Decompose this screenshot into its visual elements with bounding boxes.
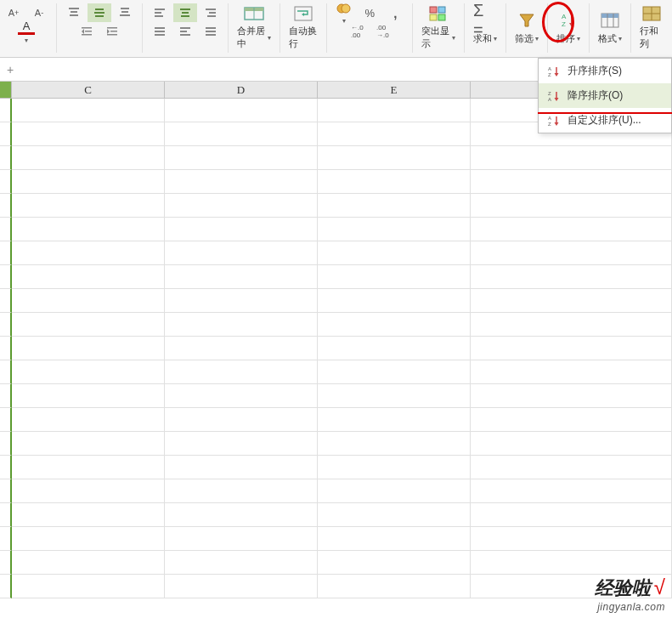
cell[interactable] xyxy=(0,432,12,456)
cell[interactable] xyxy=(165,456,318,479)
cell[interactable] xyxy=(318,527,471,551)
currency-button[interactable]: ▾ xyxy=(332,3,356,22)
cell[interactable] xyxy=(471,194,672,218)
cell[interactable] xyxy=(12,194,165,218)
cell[interactable] xyxy=(318,575,471,598)
align-top-button[interactable] xyxy=(62,3,86,22)
cell[interactable] xyxy=(165,527,318,551)
cell[interactable] xyxy=(12,479,165,503)
sort-button[interactable]: AZ 排序▾ xyxy=(553,3,584,51)
cell[interactable] xyxy=(165,551,318,575)
align-bottom-button[interactable] xyxy=(113,3,137,22)
cell[interactable] xyxy=(12,241,165,265)
indent-increase-button[interactable] xyxy=(100,22,124,41)
decrease-decimal-button[interactable]: .00→.0 xyxy=(370,22,394,41)
cell[interactable] xyxy=(471,265,672,289)
cell[interactable] xyxy=(0,265,12,289)
cell[interactable] xyxy=(12,146,165,170)
cell[interactable] xyxy=(0,122,12,146)
cell[interactable] xyxy=(471,527,672,551)
cell[interactable] xyxy=(471,551,672,575)
cell[interactable] xyxy=(318,384,471,408)
cell[interactable] xyxy=(165,384,318,408)
increase-decimal-button[interactable]: ←.0.00 xyxy=(345,22,369,41)
align-middle-button[interactable] xyxy=(88,3,111,22)
cell[interactable] xyxy=(165,146,318,170)
cell[interactable] xyxy=(0,99,12,122)
cell[interactable] xyxy=(0,218,12,241)
percent-button[interactable]: % xyxy=(358,3,381,22)
cell[interactable] xyxy=(471,408,672,432)
cell[interactable] xyxy=(471,456,672,479)
merge-center-button[interactable]: 合并居中▾ xyxy=(234,3,274,51)
cell[interactable] xyxy=(12,265,165,289)
indent-decrease-button[interactable] xyxy=(75,22,99,41)
comma-button[interactable]: , xyxy=(383,3,407,22)
filter-button[interactable]: 筛选▾ xyxy=(511,3,542,51)
cell[interactable] xyxy=(471,170,672,194)
cell[interactable] xyxy=(471,337,672,360)
cell[interactable] xyxy=(318,479,471,503)
col-header-e[interactable]: E xyxy=(318,82,471,98)
cell[interactable] xyxy=(12,122,165,146)
cell[interactable] xyxy=(0,241,12,265)
cell[interactable] xyxy=(471,575,672,598)
cell[interactable] xyxy=(165,360,318,384)
cell[interactable] xyxy=(471,360,672,384)
cell[interactable] xyxy=(12,218,165,241)
cell[interactable] xyxy=(165,408,318,432)
cell[interactable] xyxy=(318,99,471,122)
cell-grid[interactable] xyxy=(0,99,672,598)
rowcol-button[interactable]: 行和列 xyxy=(636,3,667,51)
cell[interactable] xyxy=(318,503,471,527)
cell[interactable] xyxy=(471,146,672,170)
cell[interactable] xyxy=(0,575,12,598)
cell[interactable] xyxy=(0,527,12,551)
cell[interactable] xyxy=(165,241,318,265)
cell[interactable] xyxy=(165,265,318,289)
cell[interactable] xyxy=(471,218,672,241)
cell[interactable] xyxy=(318,432,471,456)
cell[interactable] xyxy=(0,194,12,218)
col-header-c[interactable]: C xyxy=(12,82,165,98)
cell[interactable] xyxy=(12,408,165,432)
cell[interactable] xyxy=(12,575,165,598)
cell[interactable] xyxy=(0,479,12,503)
cell[interactable] xyxy=(0,503,12,527)
cell[interactable] xyxy=(471,384,672,408)
cell[interactable] xyxy=(0,360,12,384)
align-left-button[interactable] xyxy=(148,3,172,22)
cell[interactable] xyxy=(165,432,318,456)
cell[interactable] xyxy=(318,122,471,146)
cell[interactable] xyxy=(318,408,471,432)
cell[interactable] xyxy=(471,479,672,503)
cell[interactable] xyxy=(0,313,12,337)
cell[interactable] xyxy=(165,479,318,503)
cell[interactable] xyxy=(165,170,318,194)
cell[interactable] xyxy=(318,146,471,170)
cell[interactable] xyxy=(318,337,471,360)
cell[interactable] xyxy=(12,337,165,360)
cell[interactable] xyxy=(12,384,165,408)
cell[interactable] xyxy=(318,360,471,384)
cell[interactable] xyxy=(0,170,12,194)
cell[interactable] xyxy=(318,551,471,575)
cell[interactable] xyxy=(165,337,318,360)
cell[interactable] xyxy=(318,456,471,479)
sort-desc-item[interactable]: ZA 降序排序(O) xyxy=(539,83,671,108)
sort-asc-item[interactable]: AZ 升序排序(S) xyxy=(539,59,671,83)
cell[interactable] xyxy=(165,194,318,218)
cell[interactable] xyxy=(12,456,165,479)
cell[interactable] xyxy=(471,313,672,337)
align-right-button[interactable] xyxy=(199,3,223,22)
align-justify-button[interactable] xyxy=(199,22,223,41)
wrap-text-button[interactable]: 自动换行 xyxy=(285,3,322,51)
cell[interactable] xyxy=(165,99,318,122)
font-color-button[interactable]: A ▾ xyxy=(14,22,38,41)
cell[interactable] xyxy=(12,99,165,122)
cell[interactable] xyxy=(318,170,471,194)
highlight-button[interactable]: 突出显示▾ xyxy=(418,3,459,51)
cell[interactable] xyxy=(471,432,672,456)
cell[interactable] xyxy=(471,503,672,527)
format-button[interactable]: 格式▾ xyxy=(595,3,625,51)
